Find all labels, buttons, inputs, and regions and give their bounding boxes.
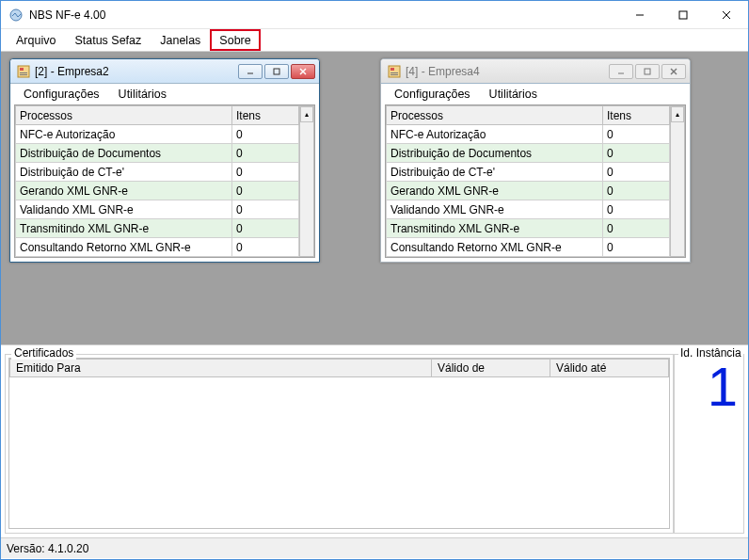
table-row[interactable]: Validando XML GNR-e0 (16, 200, 299, 219)
grid-scrollbar[interactable]: ▴ (670, 105, 685, 257)
child-window-empresa2: [2] - Empresa2 Configurações Utilitários… (9, 58, 320, 263)
svg-rect-6 (20, 68, 24, 71)
child-titlebar[interactable]: [2] - Empresa2 (10, 59, 319, 84)
table-row[interactable]: Distribuição de CT-e'0 (16, 163, 299, 182)
child-titlebar[interactable]: [4] - Empresa4 (381, 59, 690, 84)
table-row[interactable]: Distribuição de Documentos0 (387, 144, 670, 163)
svg-rect-8 (20, 74, 27, 75)
child-menubar: Configurações Utilitários (381, 84, 690, 104)
app-icon (8, 8, 24, 23)
menu-arquivo[interactable]: Arquivo (7, 29, 65, 51)
child-menu-configuracoes[interactable]: Configurações (14, 84, 109, 104)
instancia-panel: Id. Instância 1 (674, 354, 744, 534)
instancia-legend: Id. Instância (678, 346, 743, 360)
table-row[interactable]: NFC-e Autorização0 (16, 125, 299, 144)
window-controls (618, 1, 748, 29)
certificados-legend: Certificados (11, 346, 76, 360)
child-menu-utilitarios[interactable]: Utilitários (109, 84, 176, 104)
mdi-area: [2] - Empresa2 Configurações Utilitários… (1, 52, 748, 344)
bottom-panels: Certificados Emitido Para Válido de Váli… (1, 344, 748, 537)
svg-rect-15 (390, 72, 398, 73)
svg-rect-2 (679, 11, 687, 19)
table-row[interactable]: Transmitindo XML GNR-e0 (387, 219, 670, 238)
svg-rect-5 (18, 66, 29, 77)
certificados-body[interactable] (9, 377, 669, 528)
col-processos[interactable]: Processos (387, 106, 603, 125)
process-grid: Processos Itens NFC-e Autorização0 Distr… (385, 104, 686, 258)
status-version: Versão: 4.1.0.20 (7, 542, 88, 555)
svg-rect-18 (645, 69, 650, 74)
child-window-title: [2] - Empresa2 (35, 65, 238, 78)
grid-scrollbar[interactable]: ▴ (299, 105, 314, 257)
svg-rect-14 (390, 68, 394, 71)
child-minimize-button[interactable] (609, 64, 633, 79)
svg-rect-7 (20, 72, 27, 73)
table-row[interactable]: Distribuição de Documentos0 (16, 144, 299, 163)
col-processos[interactable]: Processos (16, 106, 232, 125)
form-icon (16, 64, 31, 79)
certificados-grid: Emitido Para Válido de Válido até (8, 358, 670, 529)
scroll-up-icon[interactable]: ▴ (300, 106, 313, 122)
child-close-button[interactable] (291, 64, 315, 79)
table-row[interactable]: Validando XML GNR-e0 (387, 200, 670, 219)
form-icon (387, 64, 402, 79)
child-menu-configuracoes[interactable]: Configurações (385, 84, 480, 104)
minimize-button[interactable] (618, 1, 661, 29)
menu-sobre[interactable]: Sobre (210, 29, 260, 51)
child-minimize-button[interactable] (238, 64, 263, 79)
table-row[interactable]: Gerando XML GNR-e0 (387, 182, 670, 200)
svg-rect-13 (389, 66, 400, 77)
child-maximize-button[interactable] (635, 64, 660, 79)
close-button[interactable] (705, 1, 748, 29)
col-valido-de[interactable]: Válido de (432, 360, 550, 377)
svg-rect-10 (274, 69, 279, 74)
table-row[interactable]: NFC-e Autorização0 (387, 125, 670, 144)
maximize-button[interactable] (661, 1, 705, 29)
menubar: Arquivo Status Sefaz Janelas Sobre (1, 29, 748, 52)
table-row[interactable]: Transmitindo XML GNR-e0 (16, 219, 299, 238)
col-itens[interactable]: Itens (232, 106, 299, 125)
menu-janelas[interactable]: Janelas (151, 29, 210, 51)
table-row[interactable]: Consultando Retorno XML GNR-e0 (16, 238, 299, 257)
statusbar: Versão: 4.1.0.20 (1, 537, 748, 558)
svg-rect-16 (390, 74, 398, 75)
certificados-panel: Certificados Emitido Para Válido de Váli… (5, 354, 674, 534)
child-window-title: [4] - Empresa4 (406, 65, 609, 78)
col-itens[interactable]: Itens (603, 106, 670, 125)
col-emitido-para[interactable]: Emitido Para (10, 360, 432, 377)
col-valido-ate[interactable]: Válido até (550, 360, 669, 377)
table-row[interactable]: Consultando Retorno XML GNR-e0 (387, 238, 670, 257)
process-grid: Processos Itens NFC-e Autorização0 Distr… (14, 104, 315, 258)
child-close-button[interactable] (661, 64, 686, 79)
titlebar: NBS NF-e 4.00 (1, 1, 748, 29)
table-row[interactable]: Gerando XML GNR-e0 (16, 182, 299, 200)
instancia-value: 1 (675, 355, 743, 533)
child-menubar: Configurações Utilitários (10, 84, 319, 104)
scroll-up-icon[interactable]: ▴ (671, 106, 684, 122)
child-maximize-button[interactable] (264, 64, 289, 79)
child-window-empresa4: [4] - Empresa4 Configurações Utilitários… (380, 58, 691, 263)
child-menu-utilitarios[interactable]: Utilitários (480, 84, 547, 104)
menu-status-sefaz[interactable]: Status Sefaz (65, 29, 151, 51)
app-title: NBS NF-e 4.00 (29, 8, 618, 22)
table-row[interactable]: Distribuição de CT-e'0 (387, 163, 670, 182)
